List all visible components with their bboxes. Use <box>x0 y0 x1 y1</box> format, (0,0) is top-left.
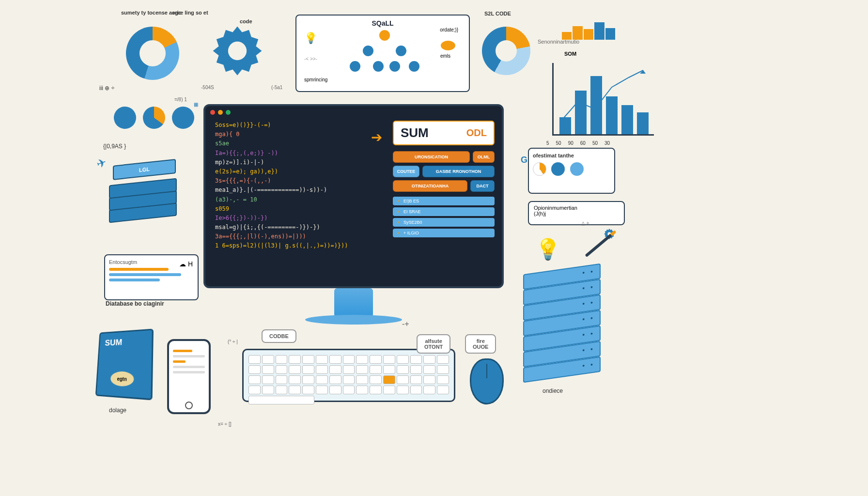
key[interactable] <box>276 365 288 374</box>
key[interactable] <box>276 375 288 384</box>
check-4[interactable]: + ILGIO <box>393 229 495 237</box>
otont-pill[interactable]: alfsute OTONT <box>417 334 450 354</box>
key[interactable] <box>276 386 288 394</box>
key[interactable] <box>248 365 261 374</box>
key[interactable] <box>410 365 422 374</box>
diagram-title: SQaLL <box>300 19 465 27</box>
key[interactable] <box>262 386 274 394</box>
key[interactable] <box>262 375 274 384</box>
chart-x-axis: 55090605030 <box>546 140 610 146</box>
key[interactable] <box>437 355 449 364</box>
key[interactable] <box>370 375 382 384</box>
key[interactable] <box>329 386 341 394</box>
key[interactable] <box>343 386 355 394</box>
btn-gasbe[interactable]: GASBE RRONOTHON <box>422 166 495 177</box>
svg-point-0 <box>228 42 247 60</box>
window-controls <box>210 110 231 115</box>
key[interactable] <box>329 365 341 374</box>
ondiece-label: ondiece <box>542 388 563 394</box>
key[interactable] <box>397 386 409 394</box>
key[interactable] <box>356 355 368 364</box>
key[interactable] <box>276 355 288 364</box>
key[interactable] <box>289 365 301 374</box>
key[interactable] <box>423 386 435 394</box>
key[interactable] <box>383 386 395 394</box>
key[interactable] <box>397 375 409 384</box>
key[interactable] <box>383 355 395 364</box>
key[interactable] <box>329 355 341 364</box>
key[interactable] <box>437 375 449 384</box>
key[interactable] <box>423 375 435 384</box>
check-2[interactable]: EI SRAE <box>393 207 495 216</box>
key[interactable] <box>316 375 328 384</box>
key[interactable] <box>302 386 314 394</box>
phone <box>167 339 211 414</box>
key[interactable] <box>370 365 382 374</box>
key[interactable] <box>423 365 435 374</box>
key[interactable] <box>343 365 355 374</box>
key[interactable] <box>302 355 314 364</box>
key[interactable] <box>397 355 409 364</box>
phone-home-button[interactable] <box>185 402 193 409</box>
ofestimat-card: ofestimat tanthe <box>528 148 615 194</box>
key[interactable] <box>248 355 261 364</box>
key[interactable] <box>248 386 261 394</box>
key[interactable] <box>383 375 395 384</box>
key[interactable] <box>316 365 328 374</box>
key[interactable] <box>302 375 314 384</box>
diagram-left-lbl: spmrincing <box>304 77 327 82</box>
maximize-icon[interactable] <box>226 110 231 115</box>
key[interactable] <box>383 365 395 374</box>
key[interactable] <box>343 355 355 364</box>
check-1[interactable]: EI)B ES <box>393 197 495 205</box>
key[interactable] <box>343 375 355 384</box>
gear-side-b: (-5a1 <box>271 85 282 90</box>
key[interactable] <box>302 365 314 374</box>
key[interactable] <box>356 365 368 374</box>
key[interactable] <box>370 355 382 364</box>
sum-book: SUM egtn <box>95 328 154 400</box>
mini-circle-3 <box>172 107 194 129</box>
key[interactable] <box>437 386 449 394</box>
key[interactable] <box>356 375 368 384</box>
key[interactable] <box>437 365 449 374</box>
btn-optimization[interactable]: OTINIZATIOANHA <box>393 180 467 192</box>
keyboard[interactable] <box>242 349 455 402</box>
mouse[interactable] <box>470 358 504 404</box>
key[interactable] <box>397 365 409 374</box>
close-icon[interactable] <box>210 110 215 115</box>
g-icon: G <box>521 155 527 165</box>
key[interactable] <box>410 375 422 384</box>
monitor-base <box>305 315 402 325</box>
key[interactable] <box>370 386 382 394</box>
key[interactable] <box>329 375 341 384</box>
btn-dact[interactable]: DACT <box>470 180 495 192</box>
donut-chart-right <box>482 27 530 75</box>
key[interactable] <box>423 355 435 364</box>
key[interactable] <box>289 375 301 384</box>
btn-uronsication[interactable]: URONSICATION <box>393 151 470 163</box>
code-editor[interactable]: Soss=e)()}}-(-=) mga){ 0 s5ae Ia=){{;,(,… <box>215 121 386 277</box>
dolage-label: dolage <box>109 407 126 414</box>
key[interactable] <box>410 386 422 394</box>
codbe-pill[interactable]: CODBE <box>262 329 296 343</box>
key[interactable] <box>356 386 368 394</box>
ouoe-pill[interactable]: fire OUOE <box>465 334 496 354</box>
sum-book-pill: egtn <box>110 371 134 387</box>
btn-olml[interactable]: OLML <box>473 151 495 163</box>
sum-book-title: SUM <box>99 330 152 354</box>
key[interactable] <box>289 355 301 364</box>
btn-coutee[interactable]: COUTEE <box>393 166 419 177</box>
key[interactable] <box>289 386 301 394</box>
book-top-label: LGL <box>113 159 176 180</box>
key[interactable] <box>410 355 422 364</box>
key[interactable] <box>248 375 261 384</box>
check-list: EI)B ES EI SRAE SySE2B0 + ILGIO <box>393 197 495 237</box>
spacebar[interactable] <box>248 396 314 404</box>
minimize-icon[interactable] <box>218 110 223 115</box>
check-3[interactable]: SySE2B0 <box>393 218 495 227</box>
key[interactable] <box>316 386 328 394</box>
key[interactable] <box>316 355 328 364</box>
key[interactable] <box>262 365 274 374</box>
key[interactable] <box>262 355 274 364</box>
